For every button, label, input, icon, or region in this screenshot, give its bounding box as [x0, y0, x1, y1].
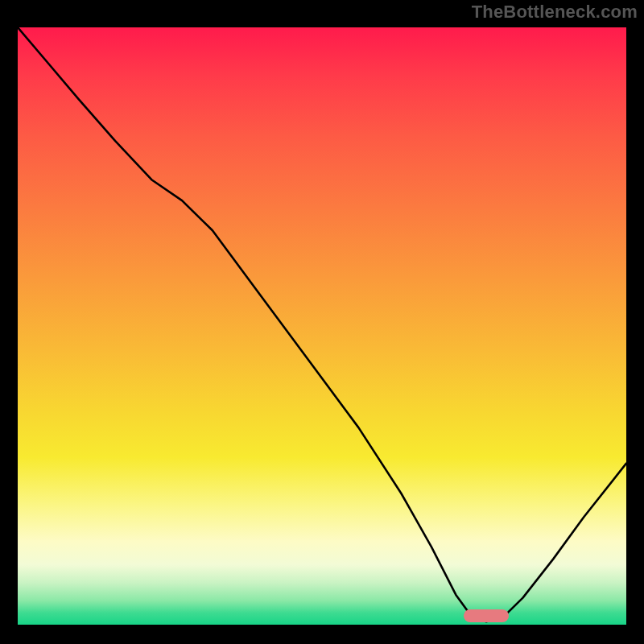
bottleneck-curve-path [18, 27, 626, 621]
plot-area [18, 27, 626, 625]
chart-container: TheBottleneck.com [0, 0, 644, 644]
recommendation-marker [464, 609, 509, 622]
bottleneck-curve [18, 27, 626, 625]
watermark-text: TheBottleneck.com [472, 2, 638, 23]
